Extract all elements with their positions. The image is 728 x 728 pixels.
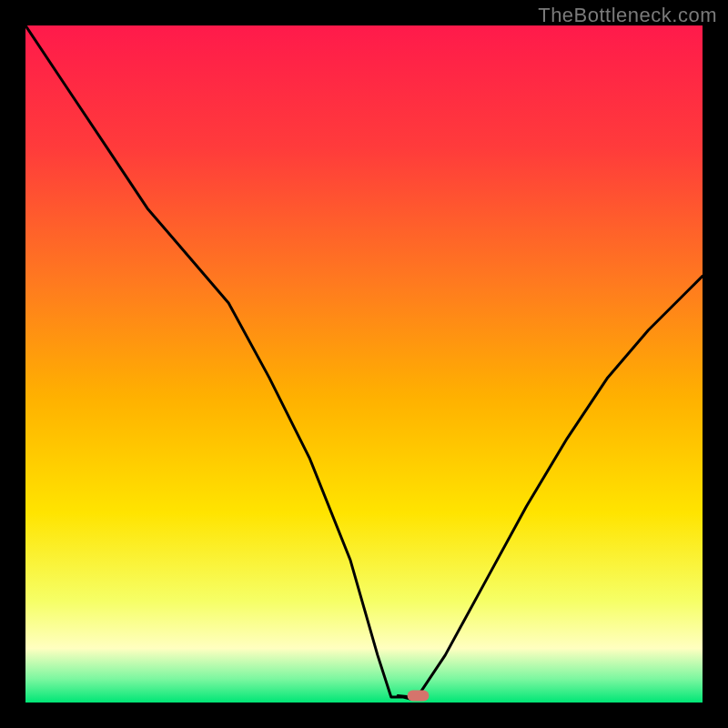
chart-frame: TheBottleneck.com	[0, 0, 728, 728]
watermark-text: TheBottleneck.com	[538, 4, 717, 27]
optimal-marker-pill	[408, 691, 430, 702]
plot-area	[25, 25, 703, 703]
gradient-background	[25, 25, 703, 703]
chart-svg	[25, 25, 703, 703]
